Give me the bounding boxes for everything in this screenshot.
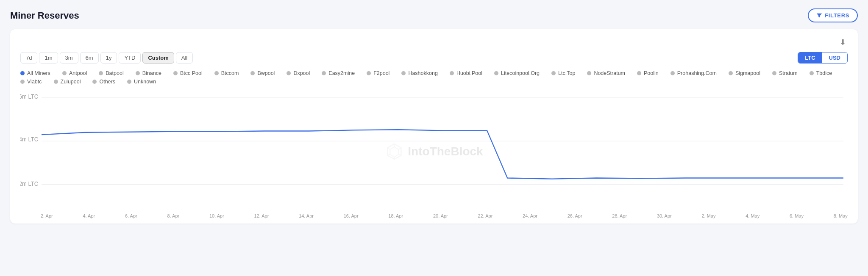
legend-viabtc[interactable]: Viabtc [20, 79, 42, 85]
download-icon: ⬇ [840, 38, 846, 47]
legend-dot-batpool [99, 71, 103, 75]
main-card: ⬇ 7d 1m 3m 6m 1y YTD Custom All LTC USD [10, 29, 858, 224]
legend-dot-btccom [214, 71, 219, 75]
legend-dot-btcc-pool [173, 71, 178, 75]
legend-unknown[interactable]: Unknown [127, 79, 156, 85]
time-btn-all[interactable]: All [176, 52, 193, 63]
legend-label-tbdice: Tbdice [816, 70, 832, 76]
time-btn-7d[interactable]: 7d [20, 52, 37, 63]
filters-button[interactable]: FILTERS [808, 8, 858, 22]
legend-label-prohashing: Prohashing.Com [677, 70, 717, 76]
legend-prohashing[interactable]: Prohashing.Com [670, 70, 717, 76]
legend-dot-hashokkong [401, 71, 406, 75]
legend-label-hashokkong: Hashokkong [408, 70, 438, 76]
legend-others[interactable]: Others [92, 79, 115, 85]
legend-dot-ltc-top [551, 71, 556, 75]
legend-dot-poolin [637, 71, 641, 75]
chart-svg: 6m LTC 4m LTC 2m LTC [20, 92, 848, 211]
legend-label-all-miners: All Miners [27, 70, 50, 76]
legend-dot-easy2mine [322, 71, 326, 75]
x-label-14: 28. Apr [612, 213, 627, 218]
x-axis: 2. Apr 4. Apr 6. Apr 8. Apr 10. Apr 12. … [20, 211, 848, 224]
legend-batpool[interactable]: Batpool [99, 70, 123, 76]
filter-icon [816, 13, 822, 19]
legend-label-batpool: Batpool [106, 70, 123, 76]
legend-huobi-pool[interactable]: Huobi.Pool [450, 70, 482, 76]
controls-row: 7d 1m 3m 6m 1y YTD Custom All LTC USD [20, 52, 848, 63]
legend-dot-dxpool [287, 71, 291, 75]
chart-line [42, 130, 843, 179]
legend-antpool[interactable]: Antpool [62, 70, 87, 76]
time-btn-ytd[interactable]: YTD [119, 52, 141, 63]
legend-label-viabtc: Viabtc [27, 79, 42, 85]
legend-dot-antpool [62, 71, 67, 75]
legend-all-miners[interactable]: All Miners [20, 70, 50, 76]
legend-label-others: Others [99, 79, 115, 85]
time-filters: 7d 1m 3m 6m 1y YTD Custom All [20, 52, 193, 63]
filters-label: FILTERS [825, 12, 849, 19]
x-label-13: 26. Apr [568, 213, 582, 218]
x-label-3: 6. Apr [125, 213, 137, 218]
legend-dot-f2pool [367, 71, 371, 75]
legend-label-bwpool: Bwpool [257, 70, 275, 76]
legend-dxpool[interactable]: Dxpool [287, 70, 310, 76]
time-btn-3m[interactable]: 3m [60, 52, 78, 63]
x-label-19: 8. May [834, 213, 848, 218]
legend-label-btcc-pool: Btcc Pool [180, 70, 203, 76]
legend-dot-tbdice [810, 71, 814, 75]
x-label-18: 6. May [790, 213, 804, 218]
x-label-17: 4. May [746, 213, 760, 218]
legend-dot-all-miners [20, 71, 25, 75]
legend-litecoinpool[interactable]: Litecoinpool.Org [494, 70, 540, 76]
legend-btcc-pool[interactable]: Btcc Pool [173, 70, 203, 76]
legend-label-litecoinpool: Litecoinpool.Org [501, 70, 540, 76]
legend-binance[interactable]: Binance [136, 70, 161, 76]
legend-label-ltc-top: Ltc.Top [558, 70, 575, 76]
legend-sigmapool[interactable]: Sigmapool [729, 70, 760, 76]
download-button[interactable]: ⬇ [838, 37, 848, 48]
time-btn-1m[interactable]: 1m [39, 52, 58, 63]
legend-btccom[interactable]: Btccom [214, 70, 239, 76]
x-label-10: 20. Apr [433, 213, 448, 218]
legend-tbdice[interactable]: Tbdice [810, 70, 832, 76]
legend-dot-unknown [127, 80, 131, 84]
x-label-6: 12. Apr [254, 213, 269, 218]
time-btn-custom[interactable]: Custom [142, 52, 174, 63]
legend-label-poolin: Poolin [644, 70, 659, 76]
x-label-9: 18. Apr [388, 213, 403, 218]
legend-easy2mine[interactable]: Easy2mine [322, 70, 355, 76]
currency-btn-usd[interactable]: USD [822, 52, 847, 63]
legend-poolin[interactable]: Poolin [637, 70, 659, 76]
x-label-11: 22. Apr [478, 213, 493, 218]
legend-label-binance: Binance [142, 70, 161, 76]
time-btn-1y[interactable]: 1y [100, 52, 117, 63]
legend-label-stratum: Stratum [779, 70, 798, 76]
svg-text:2m LTC: 2m LTC [20, 180, 38, 187]
legend-nodestratum[interactable]: NodeStratum [587, 70, 625, 76]
chart-area: 6m LTC 4m LTC 2m LTC [20, 92, 848, 211]
x-label-12: 24. Apr [523, 213, 537, 218]
legend-dot-binance [136, 71, 140, 75]
legend-bwpool[interactable]: Bwpool [250, 70, 275, 76]
time-btn-6m[interactable]: 6m [80, 52, 99, 63]
legend-dot-others [92, 80, 97, 84]
legend-zulupool[interactable]: Zulupool [54, 79, 81, 85]
x-label-8: 16. Apr [344, 213, 359, 218]
legend-label-f2pool: F2pool [373, 70, 389, 76]
legend-ltc-top[interactable]: Ltc.Top [551, 70, 575, 76]
legend-dot-sigmapool [729, 71, 733, 75]
legend-dot-litecoinpool [494, 71, 498, 75]
legend-label-easy2mine: Easy2mine [328, 70, 355, 76]
legend: All Miners Antpool Batpool Binance Btcc … [20, 70, 848, 85]
currency-btn-ltc[interactable]: LTC [798, 52, 822, 63]
legend-hashokkong[interactable]: Hashokkong [401, 70, 438, 76]
svg-text:4m LTC: 4m LTC [20, 136, 38, 143]
legend-dot-stratum [772, 71, 776, 75]
svg-text:6m LTC: 6m LTC [20, 94, 38, 100]
legend-stratum[interactable]: Stratum [772, 70, 798, 76]
legend-dot-bwpool [250, 71, 255, 75]
legend-dot-viabtc [20, 80, 25, 84]
legend-label-huobi-pool: Huobi.Pool [456, 70, 482, 76]
legend-f2pool[interactable]: F2pool [367, 70, 389, 76]
x-label-2: 4. Apr [83, 213, 95, 218]
